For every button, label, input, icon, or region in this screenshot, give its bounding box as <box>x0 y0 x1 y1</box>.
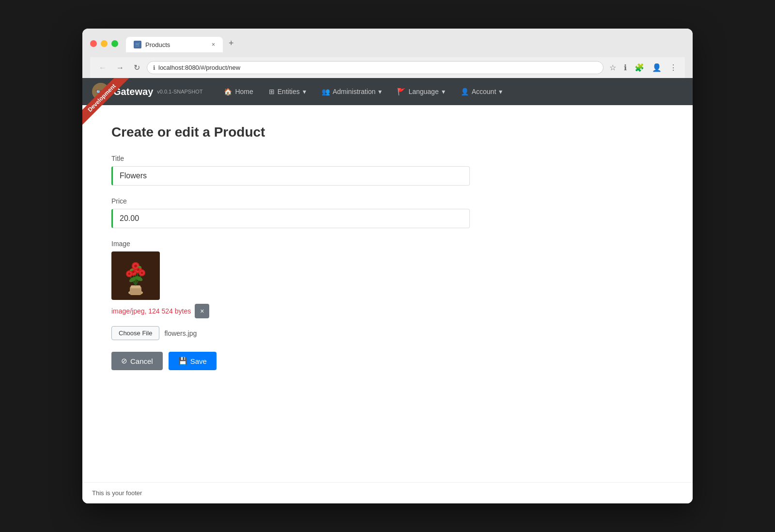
file-input-row: Choose File flowers.jpg <box>111 326 664 340</box>
nav-items: 🏠 Home ⊞ Entities ▾ 👥 Administration ▾ 🚩… <box>217 84 683 99</box>
forward-button[interactable]: → <box>113 62 127 74</box>
address-bar[interactable]: ℹ localhost:8080/#/product/new <box>147 61 604 74</box>
minimize-traffic-light[interactable] <box>101 40 108 47</box>
info-icon[interactable]: ℹ <box>622 61 629 74</box>
content-card: Create or edit a Product Title Price Ima… <box>82 105 693 482</box>
page-title: Create or edit a Product <box>111 125 664 140</box>
save-icon: 💾 <box>178 357 187 365</box>
image-info-row: image/jpeg, 124 524 bytes × <box>111 304 209 318</box>
lock-icon: ℹ <box>153 64 155 71</box>
traffic-lights <box>90 40 118 47</box>
price-input[interactable] <box>111 209 470 228</box>
nav-account-label: Account <box>472 88 496 95</box>
cancel-label: Cancel <box>130 357 153 365</box>
nav-administration-label: Administration <box>333 88 376 95</box>
language-icon: 🚩 <box>397 88 405 95</box>
nav-item-administration[interactable]: 👥 Administration ▾ <box>315 84 389 99</box>
close-traffic-light[interactable] <box>90 40 97 47</box>
image-preview <box>111 251 160 300</box>
image-info-text: image/jpeg, 124 524 bytes <box>111 307 191 315</box>
app-footer: This is your footer <box>82 482 693 503</box>
url-display: localhost:8080/#/product/new <box>158 64 597 71</box>
browser-toolbar: ← → ↻ ℹ localhost:8080/#/product/new ☆ ℹ… <box>90 57 685 78</box>
browser-title-bar: 🛒 Products × + <box>90 34 685 52</box>
browser-tab-active[interactable]: 🛒 Products × <box>126 37 223 52</box>
navbar: Development 👓 Gateway v0.0.1-SNAPSHOT 🏠 … <box>82 78 693 105</box>
entities-dropdown-icon: ▾ <box>303 88 306 95</box>
browser-window: 🛒 Products × + ← → ↻ ℹ localhost:8080/#/… <box>82 29 693 503</box>
svg-rect-3 <box>131 285 140 288</box>
image-form-group: Image <box>111 240 664 340</box>
main-content: Create or edit a Product Title Price Ima… <box>82 105 693 482</box>
svg-point-25 <box>141 272 143 274</box>
app-content: Development 👓 Gateway v0.0.1-SNAPSHOT 🏠 … <box>82 78 693 503</box>
svg-point-22 <box>128 273 131 275</box>
nav-item-language[interactable]: 🚩 Language ▾ <box>390 84 451 99</box>
toolbar-actions: ☆ ℹ 🧩 👤 ⋮ <box>607 61 679 74</box>
new-tab-button[interactable]: + <box>223 34 240 52</box>
brand-version: v0.0.1-SNAPSHOT <box>157 89 202 94</box>
language-dropdown-icon: ▾ <box>442 88 445 95</box>
account-icon: 👤 <box>461 88 469 95</box>
menu-icon[interactable]: ⋮ <box>667 61 679 74</box>
nav-entities-label: Entities <box>278 88 300 95</box>
form-actions: ⊘ Cancel 💾 Save <box>111 352 664 370</box>
svg-point-19 <box>134 265 137 267</box>
home-icon: 🏠 <box>224 88 232 95</box>
clear-image-button[interactable]: × <box>195 304 209 318</box>
price-label: Price <box>111 197 664 205</box>
browser-tabs: 🛒 Products × + <box>126 34 240 52</box>
nav-language-label: Language <box>408 88 438 95</box>
nav-item-account[interactable]: 👤 Account ▾ <box>454 84 510 99</box>
save-label: Save <box>190 357 207 365</box>
nav-item-home[interactable]: 🏠 Home <box>217 84 260 99</box>
tab-close-button[interactable]: × <box>212 41 215 48</box>
bookmark-icon[interactable]: ☆ <box>607 61 618 74</box>
flower-preview-svg <box>111 251 160 300</box>
file-name-display: flowers.jpg <box>164 329 197 337</box>
choose-file-button[interactable]: Choose File <box>111 326 159 340</box>
administration-dropdown-icon: ▾ <box>378 88 382 95</box>
navbar-brand: 👓 Gateway v0.0.1-SNAPSHOT <box>92 83 202 100</box>
title-input[interactable] <box>111 166 470 186</box>
brand-name: Gateway <box>113 86 153 97</box>
title-form-group: Title <box>111 155 664 186</box>
price-form-group: Price <box>111 197 664 228</box>
cancel-icon: ⊘ <box>121 357 127 365</box>
nav-home-label: Home <box>235 88 253 95</box>
entities-icon: ⊞ <box>269 88 275 95</box>
profile-icon[interactable]: 👤 <box>650 61 664 74</box>
tab-favicon: 🛒 <box>134 41 141 48</box>
maximize-traffic-light[interactable] <box>111 40 118 47</box>
administration-icon: 👥 <box>322 88 330 95</box>
extension-icon[interactable]: 🧩 <box>633 61 646 74</box>
cancel-button[interactable]: ⊘ Cancel <box>111 352 163 370</box>
back-button[interactable]: ← <box>96 62 109 74</box>
tab-title: Products <box>145 41 170 48</box>
image-label: Image <box>111 240 664 248</box>
brand-avatar: 👓 <box>92 83 109 100</box>
reload-button[interactable]: ↻ <box>131 61 143 74</box>
footer-text: This is your footer <box>92 489 142 497</box>
title-label: Title <box>111 155 664 162</box>
browser-chrome: 🛒 Products × + ← → ↻ ℹ localhost:8080/#/… <box>82 29 693 78</box>
nav-item-entities[interactable]: ⊞ Entities ▾ <box>262 84 313 99</box>
account-dropdown-icon: ▾ <box>499 88 502 95</box>
save-button[interactable]: 💾 Save <box>169 352 217 370</box>
